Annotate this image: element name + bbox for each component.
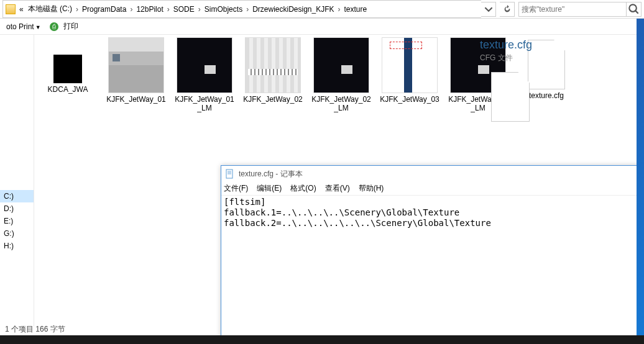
refresh-button[interactable]	[500, 2, 515, 17]
menu-file[interactable]: 文件(F)	[224, 183, 248, 194]
address-dropdown-button[interactable]	[481, 2, 496, 17]
breadcrumb-item[interactable]: SODE	[172, 4, 196, 15]
desktop-edge	[637, 19, 644, 335]
breadcrumb-item[interactable]: texture	[343, 4, 369, 15]
nav-drive-g[interactable]: G:)	[0, 227, 34, 240]
file-thumbnail	[53, 55, 82, 83]
notepad-title-text: texture.cfg - 记事本	[239, 169, 303, 179]
file-thumbnail	[313, 37, 369, 93]
file-item[interactable]: KJFK_JetWay_02	[242, 37, 304, 112]
photo-print-button[interactable]: oto Print▼	[4, 21, 44, 32]
nav-drive-c[interactable]: C:)	[0, 190, 34, 202]
notepad-text-area[interactable]: [fltsim] fallback.1=..\..\..\..\Scenery\…	[221, 196, 644, 230]
menu-format[interactable]: 格式(O)	[290, 183, 316, 194]
chevron-right-icon: ›	[196, 5, 203, 14]
address-bar: « 本地磁盘 (C:)› ProgramData› 12bPilot› SODE…	[0, 0, 644, 19]
toolbar: oto Print▼ ⎙ 打印	[0, 19, 644, 35]
breadcrumb-item[interactable]: ProgramData	[80, 4, 128, 15]
document-icon	[491, 72, 530, 122]
print-button[interactable]: 打印	[61, 20, 81, 33]
file-view: KDCA_JWAKJFK_JetWay_01KJFK_JetWay_01_LMK…	[34, 35, 644, 327]
preview-pane: texture.cfg CFG 文件	[474, 35, 644, 122]
svg-point-0	[629, 4, 637, 12]
file-item[interactable]: KJFK_JetWay_02_LM	[310, 37, 372, 112]
file-name-label: KJFK_JetWay_03	[379, 95, 441, 104]
breadcrumb-item[interactable]: DrzewieckiDesign_KJFK	[251, 4, 336, 15]
nav-drive-e[interactable]: E:)	[0, 215, 34, 227]
file-item[interactable]: KJFK_JetWay_03	[379, 37, 441, 112]
file-thumbnail	[245, 37, 301, 93]
chevron-right-icon: ›	[244, 5, 251, 14]
folder-icon	[6, 4, 16, 14]
breadcrumb-item[interactable]: 12bPilot	[134, 4, 165, 15]
menu-help[interactable]: 帮助(H)	[359, 183, 384, 194]
chevron-right-icon: ›	[128, 5, 134, 14]
file-thumbnail	[108, 37, 164, 93]
preview-filename: texture.cfg	[480, 38, 638, 52]
main-area: C:) D:) E:) G:) H:) KDCA_JWAKJFK_JetWay_…	[0, 35, 644, 327]
chevron-right-icon: ›	[74, 5, 80, 14]
search-input-container	[518, 2, 627, 17]
file-thumbnail	[382, 37, 438, 93]
breadcrumb[interactable]: « 本地磁盘 (C:)› ProgramData› 12bPilot› SODE…	[2, 0, 481, 18]
breadcrumb-overflow[interactable]: «	[19, 5, 24, 14]
breadcrumb-item[interactable]: 本地磁盘 (C:)	[26, 2, 74, 16]
notepad-window[interactable]: texture.cfg - 记事本 文件(F) 编辑(E) 格式(O) 查看(V…	[221, 165, 644, 344]
file-name-label: KJFK_JetWay_02	[242, 95, 304, 104]
chevron-right-icon: ›	[336, 5, 343, 14]
file-name-label: KDCA_JWA	[37, 85, 99, 94]
file-name-label: KJFK_JetWay_02_LM	[310, 95, 372, 112]
nav-drive-h[interactable]: H:)	[0, 240, 34, 252]
file-item[interactable]: KDCA_JWA	[37, 37, 99, 112]
file-name-label: KJFK_JetWay_01_LM	[173, 95, 236, 112]
search-button[interactable]	[627, 2, 642, 17]
print-icon: ⎙	[50, 22, 58, 31]
menu-edit[interactable]: 编辑(E)	[257, 183, 282, 194]
file-item[interactable]: KJFK_JetWay_01	[105, 37, 167, 112]
notepad-menubar: 文件(F) 编辑(E) 格式(O) 查看(V) 帮助(H)	[221, 182, 644, 196]
menu-view[interactable]: 查看(V)	[325, 183, 350, 194]
breadcrumb-item[interactable]: SimObjects	[203, 4, 244, 15]
taskbar[interactable]	[0, 335, 644, 344]
file-thumbnail	[177, 37, 232, 93]
preview-filetype: CFG 文件	[480, 53, 638, 63]
notepad-icon	[225, 169, 235, 179]
notepad-titlebar[interactable]: texture.cfg - 记事本	[221, 166, 644, 182]
file-name-label: KJFK_JetWay_01	[105, 95, 167, 104]
file-item[interactable]: KJFK_JetWay_01_LM	[173, 37, 236, 112]
chevron-right-icon: ›	[165, 5, 172, 14]
nav-drive-d[interactable]: D:)	[0, 202, 34, 215]
nav-pane: C:) D:) E:) G:) H:)	[0, 35, 34, 327]
status-bar: 1 个项目 166 字节	[0, 323, 70, 335]
search-input[interactable]	[522, 5, 623, 14]
